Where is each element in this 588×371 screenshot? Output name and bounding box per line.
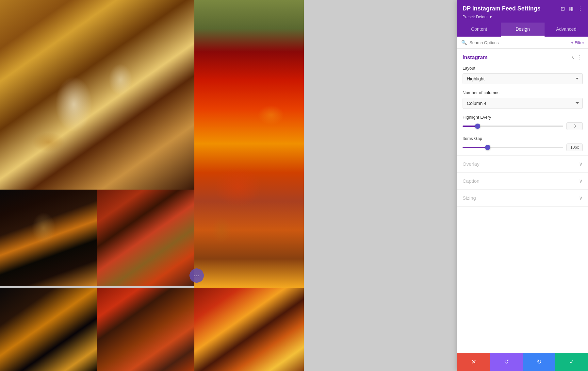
photo-basket-small [97, 190, 194, 286]
panel-title: DP Instagram Feed Settings [463, 5, 541, 12]
more-options-icon[interactable]: ⋮ [578, 6, 583, 12]
instagram-collapse-icon[interactable]: ∧ [571, 55, 574, 60]
sizing-chevron-icon: ∨ [579, 195, 583, 201]
items-gap-setting: Items Gap 10px [457, 134, 588, 155]
photo-picnic-large [0, 0, 194, 190]
sizing-section: Sizing ∨ [457, 190, 588, 207]
overlay-section-title: Overlay [463, 161, 480, 167]
sizing-section-title: Sizing [463, 195, 476, 201]
caption-section: Caption ∨ [457, 173, 588, 190]
instagram-section-title: Instagram [463, 55, 487, 60]
dots-menu-button[interactable] [189, 268, 204, 283]
items-gap-slider-row: 10px [463, 143, 583, 151]
overlay-section: Overlay ∨ [457, 156, 588, 173]
instagram-section: Instagram ∧ ⋮ Layout Highlight Grid Maso… [457, 49, 588, 156]
photo-blanket-small [0, 190, 97, 286]
layout-icon[interactable]: ▦ [569, 6, 574, 12]
redo-button[interactable]: ↻ [523, 353, 555, 371]
highlight-every-setting: Highlight Every 3 [457, 113, 588, 134]
photo-blanket-bottom [0, 288, 97, 371]
search-input[interactable] [469, 40, 568, 45]
caption-chevron-icon: ∨ [579, 178, 583, 184]
tab-content[interactable]: Content [457, 23, 501, 37]
layout-select[interactable]: Highlight Grid Masonry Carousel [463, 73, 583, 84]
search-icon: 🔍 [461, 40, 467, 45]
filter-button[interactable]: + Filter [571, 40, 584, 45]
panel-tabs: Content Design Advanced [457, 23, 588, 37]
preset-label: Preset: Default [463, 15, 488, 19]
preset-line[interactable]: Preset: Default ▾ [463, 15, 583, 19]
items-gap-value: 10px [566, 143, 583, 151]
instagram-section-header: Instagram ∧ ⋮ [457, 49, 588, 64]
undo-button[interactable]: ↺ [490, 353, 523, 371]
section-controls: ∧ ⋮ [571, 54, 583, 61]
instagram-more-icon[interactable]: ⋮ [577, 54, 583, 61]
overlay-section-header[interactable]: Overlay ∨ [457, 156, 588, 172]
confirm-button[interactable]: ✓ [555, 353, 588, 371]
panel-header-icons: ⊡ ▦ ⋮ [561, 6, 583, 12]
items-gap-slider[interactable] [463, 144, 563, 151]
panel-header: DP Instagram Feed Settings ⊡ ▦ ⋮ Preset:… [457, 0, 588, 23]
highlight-every-slider[interactable] [463, 123, 563, 129]
action-bar: ✕ ↺ ↻ ✓ [457, 353, 588, 371]
caption-section-title: Caption [463, 178, 480, 184]
photo-canvas [0, 0, 304, 371]
layout-label: Layout [463, 66, 583, 71]
items-gap-label: Items Gap [463, 136, 583, 141]
columns-select[interactable]: Column 1 Column 2 Column 3 Column 4 Colu… [463, 98, 583, 109]
search-bar: 🔍 + Filter [457, 37, 588, 49]
caption-section-header[interactable]: Caption ∨ [457, 173, 588, 189]
overlay-chevron-icon: ∨ [579, 161, 583, 167]
highlight-every-slider-row: 3 [463, 122, 583, 130]
tab-advanced[interactable]: Advanced [545, 23, 588, 37]
tab-design[interactable]: Design [501, 23, 544, 37]
layout-setting: Layout Highlight Grid Masonry Carousel [457, 64, 588, 88]
sizing-section-header[interactable]: Sizing ∨ [457, 190, 588, 206]
settings-panel: DP Instagram Feed Settings ⊡ ▦ ⋮ Preset:… [457, 0, 588, 371]
columns-setting: Number of columns Column 1 Column 2 Colu… [457, 88, 588, 113]
photo-fruits-bottom [194, 288, 304, 371]
photo-basket-bottom [97, 288, 194, 371]
photo-apples-large [194, 0, 304, 288]
maximize-icon[interactable]: ⊡ [561, 6, 565, 12]
panel-content: Instagram ∧ ⋮ Layout Highlight Grid Maso… [457, 49, 588, 353]
highlight-every-value: 3 [566, 122, 583, 130]
preset-dropdown-arrow: ▾ [490, 15, 492, 19]
cancel-button[interactable]: ✕ [457, 353, 490, 371]
highlight-every-label: Highlight Every [463, 115, 583, 120]
columns-label: Number of columns [463, 90, 583, 95]
